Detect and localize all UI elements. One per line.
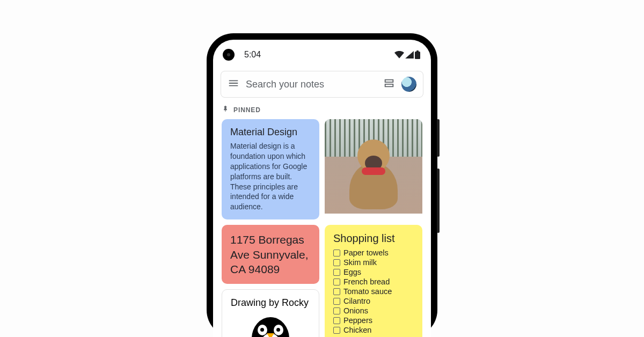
- screen: 5:04 Search your notes: [213, 40, 431, 337]
- checkbox-icon[interactable]: [333, 307, 340, 314]
- checkbox-icon[interactable]: [333, 298, 340, 305]
- note-card-material-design[interactable]: Material Design Material design is a fou…: [222, 119, 319, 219]
- status-clock: 5:04: [244, 50, 261, 60]
- account-avatar[interactable]: [401, 77, 416, 92]
- note-title: Material Design: [230, 127, 311, 138]
- list-item[interactable]: Eggs: [333, 267, 414, 277]
- front-camera: [223, 49, 235, 61]
- list-item[interactable]: Tomato sauce: [333, 287, 414, 296]
- checkbox-icon[interactable]: [333, 317, 340, 324]
- checkbox-icon[interactable]: [333, 259, 340, 266]
- svg-rect-0: [415, 52, 420, 59]
- cell-signal-icon: [405, 51, 414, 58]
- pinned-label: PINNED: [233, 106, 261, 114]
- note-image: [325, 119, 422, 214]
- notes-grid: Material Design Material design is a fou…: [213, 119, 431, 337]
- list-item[interactable]: Skim milk: [333, 258, 414, 267]
- note-body: Material design is a foundation upon whi…: [230, 141, 311, 212]
- penguin-drawing: [249, 312, 292, 337]
- note-card-dog-photo[interactable]: [325, 119, 422, 219]
- list-item[interactable]: Cilantro: [333, 296, 414, 306]
- checkbox-icon[interactable]: [333, 269, 340, 276]
- phone-side-button: [437, 119, 440, 157]
- checkbox-icon[interactable]: [333, 288, 340, 295]
- list-item[interactable]: Peppers: [333, 316, 414, 325]
- phone-frame: 5:04 Search your notes: [207, 33, 437, 337]
- view-toggle-icon[interactable]: [383, 77, 395, 91]
- checklist: Paper towels Skim milk Eggs French bread…: [333, 248, 414, 335]
- pinned-section-header: PINNED: [222, 105, 422, 115]
- battery-icon: [415, 50, 420, 59]
- checkbox-icon[interactable]: [333, 250, 340, 257]
- note-drawing-canvas: [231, 312, 310, 337]
- menu-icon[interactable]: [228, 77, 239, 91]
- list-item[interactable]: French bread: [333, 277, 414, 287]
- pin-icon: [222, 105, 229, 115]
- note-card-drawing[interactable]: Drawing by Rocky: [222, 289, 319, 337]
- list-item[interactable]: Onions: [333, 306, 414, 316]
- note-title: Shopping list: [333, 232, 414, 245]
- checkbox-icon[interactable]: [333, 279, 340, 285]
- wifi-icon: [394, 51, 404, 58]
- status-bar: 5:04: [213, 43, 431, 67]
- list-item[interactable]: Paper towels: [333, 248, 414, 258]
- list-item[interactable]: Chicken: [333, 325, 414, 335]
- search-input[interactable]: Search your notes: [246, 79, 377, 90]
- svg-rect-1: [416, 50, 419, 52]
- note-card-address[interactable]: 1175 Borregas Ave Sunnyvale, CA 94089: [222, 225, 319, 284]
- note-title: Drawing by Rocky: [231, 297, 310, 309]
- note-body: 1175 Borregas Ave Sunnyvale, CA 94089: [230, 232, 311, 276]
- search-bar[interactable]: Search your notes: [221, 71, 423, 98]
- phone-side-button: [437, 169, 440, 233]
- checkbox-icon[interactable]: [333, 327, 340, 334]
- note-card-shopping-list[interactable]: Shopping list Paper towels Skim milk Egg…: [325, 225, 422, 337]
